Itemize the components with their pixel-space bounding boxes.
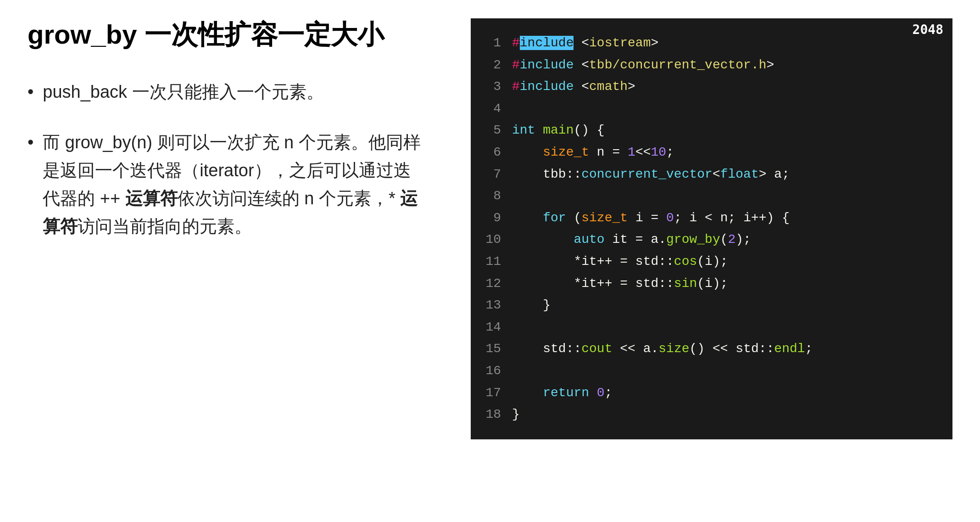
line-num-11: 11 <box>484 251 501 273</box>
line-num-10: 10 <box>484 229 501 251</box>
code-content-7: tbb::concurrent_vector<float> a; <box>512 163 790 185</box>
code-content-1: #include <iostream> <box>512 32 658 54</box>
code-content-16 <box>512 360 520 382</box>
bullet-item-1: • push_back 一次只能推入一个元素。 <box>28 78 425 106</box>
line-num-14: 14 <box>484 316 501 338</box>
bullet-list: • push_back 一次只能推入一个元素。 • 而 grow_by(n) 则… <box>28 78 425 241</box>
code-line-9: 9 for (size_t i = 0; i < n; i++) { <box>484 207 939 229</box>
code-line-5: 5 int main() { <box>484 119 939 141</box>
code-content-6: size_t n = 1<<10; <box>512 141 674 163</box>
code-content-4 <box>512 98 520 120</box>
code-line-6: 6 size_t n = 1<<10; <box>484 141 939 163</box>
left-panel: grow_by 一次性扩容一定大小 • push_back 一次只能推入一个元素… <box>28 18 443 439</box>
code-content-3: #include <cmath> <box>512 76 635 98</box>
code-line-8: 8 <box>484 185 939 207</box>
code-content-13: } <box>512 294 551 316</box>
line-num-13: 13 <box>484 294 501 316</box>
line-num-16: 16 <box>484 360 501 382</box>
code-content-15: std::cout << a.size() << std::endl; <box>512 338 813 360</box>
line-num-6: 6 <box>484 141 501 163</box>
code-line-13: 13 } <box>484 294 939 316</box>
code-line-3: 3 #include <cmath> <box>484 76 939 98</box>
line-num-9: 9 <box>484 207 501 229</box>
page-number-badge: 2048 <box>903 18 952 41</box>
code-line-4: 4 <box>484 98 939 120</box>
line-num-8: 8 <box>484 185 501 207</box>
line-num-18: 18 <box>484 404 501 426</box>
code-block: 1 #include <iostream> 2 #include <tbb/co… <box>471 18 952 439</box>
right-panel: 2048 1 #include <iostream> 2 #include <t… <box>471 18 952 439</box>
line-num-7: 7 <box>484 163 501 185</box>
code-line-14: 14 <box>484 316 939 338</box>
line-num-5: 5 <box>484 119 501 141</box>
line-num-4: 4 <box>484 98 501 120</box>
line-num-1: 1 <box>484 32 501 54</box>
slide-container: grow_by 一次性扩容一定大小 • push_back 一次只能推入一个元素… <box>28 18 952 439</box>
code-line-11: 11 *it++ = std::cos(i); <box>484 251 939 273</box>
line-num-2: 2 <box>484 54 501 76</box>
code-content-14 <box>512 316 520 338</box>
line-num-17: 17 <box>484 382 501 404</box>
code-content-17: return 0; <box>512 382 612 404</box>
code-line-15: 15 std::cout << a.size() << std::endl; <box>484 338 939 360</box>
line-num-3: 3 <box>484 76 501 98</box>
bullet-text-1: push_back 一次只能推入一个元素。 <box>43 78 323 106</box>
code-content-9: for (size_t i = 0; i < n; i++) { <box>512 207 790 229</box>
code-line-12: 12 *it++ = std::sin(i); <box>484 273 939 295</box>
code-line-16: 16 <box>484 360 939 382</box>
code-content-12: *it++ = std::sin(i); <box>512 273 728 295</box>
line-num-15: 15 <box>484 338 501 360</box>
code-line-1: 1 #include <iostream> <box>484 32 939 54</box>
code-line-17: 17 return 0; <box>484 382 939 404</box>
bullet-item-2: • 而 grow_by(n) 则可以一次扩充 n 个元素。他同样是返回一个迭代器… <box>28 129 425 240</box>
code-line-7: 7 tbb::concurrent_vector<float> a; <box>484 163 939 185</box>
code-content-2: #include <tbb/concurrent_vector.h> <box>512 54 774 76</box>
bullet-dot-2: • <box>28 129 33 157</box>
code-line-2: 2 #include <tbb/concurrent_vector.h> <box>484 54 939 76</box>
bullet-dot-1: • <box>28 78 33 106</box>
code-content-8 <box>512 185 520 207</box>
code-content-5: int main() { <box>512 119 605 141</box>
bullet-text-2: 而 grow_by(n) 则可以一次扩充 n 个元素。他同样是返回一个迭代器（i… <box>43 129 425 240</box>
code-line-18: 18 } <box>484 404 939 426</box>
code-line-10: 10 auto it = a.grow_by(2); <box>484 229 939 251</box>
line-num-12: 12 <box>484 273 501 295</box>
page-title: grow_by 一次性扩容一定大小 <box>28 18 425 51</box>
code-content-18: } <box>512 404 520 426</box>
code-content-10: auto it = a.grow_by(2); <box>512 229 751 251</box>
code-content-11: *it++ = std::cos(i); <box>512 251 728 273</box>
